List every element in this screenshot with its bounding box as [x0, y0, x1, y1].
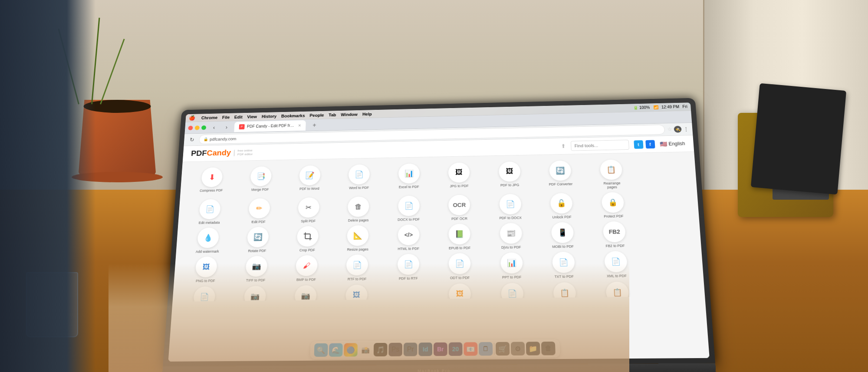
- tool-header-footer[interactable]: 📋 Header and: [592, 281, 644, 302]
- facebook-icon[interactable]: f: [645, 140, 655, 148]
- tool-rtf-to-pdf[interactable]: 📄 RTF to PDF: [333, 254, 381, 282]
- menu-edit[interactable]: Edit: [234, 115, 243, 119]
- tool-split-pdf[interactable]: ✂ Split PDF: [285, 197, 332, 224]
- dock-trash[interactable]: 🗑: [541, 342, 556, 356]
- menu-bookmarks[interactable]: Bookmarks: [281, 113, 305, 118]
- twitter-icon[interactable]: t: [634, 140, 643, 149]
- menu-chrome[interactable]: Chrome: [201, 115, 218, 120]
- tool-add-watermark[interactable]: 💧 Add watermark: [184, 227, 232, 254]
- tool-excel-to-pdf[interactable]: 📊 Excel to PDF: [385, 163, 432, 193]
- logo-subtitle-1: free online: [237, 149, 253, 152]
- tool-pdf-ocr[interactable]: OCR PDF OCR: [436, 194, 483, 221]
- tool-epub-to-pdf[interactable]: 📗 EPUB to PDF: [436, 224, 484, 250]
- tool-edit-metadata[interactable]: 📄 Edit metadata: [186, 199, 233, 225]
- pdf-to-png-icon: 🖼: [345, 284, 368, 301]
- dock-finder2[interactable]: 📁: [526, 342, 540, 356]
- dock-premiere[interactable]: Pr: [404, 342, 418, 356]
- tool-docx-to-pdf[interactable]: 📄 DOCX to PDF: [385, 195, 432, 222]
- word-to-pdf-label: Word to PDF: [349, 185, 369, 190]
- flag-icon: 🇺🇸: [660, 141, 667, 147]
- tool-edit-pdf[interactable]: ✏ Edit PDF: [235, 198, 283, 224]
- dock-settings[interactable]: ⚙: [511, 342, 525, 355]
- menu-people[interactable]: People: [309, 113, 324, 118]
- tool-pdf-to-tiff[interactable]: 📷 PDF to TIFF: [281, 285, 330, 301]
- tool-pdf-to-bmp[interactable]: 📷 PDF to BMP: [230, 286, 279, 302]
- back-button[interactable]: ‹: [209, 123, 219, 132]
- new-tab-button[interactable]: +: [309, 120, 320, 130]
- tool-odt-to-pdf[interactable]: 📄 ODT to PDF: [436, 253, 484, 280]
- tool-fb2-to-pdf[interactable]: FB2 FB2 to PDF: [590, 221, 640, 248]
- dock-calendar[interactable]: 20: [449, 342, 463, 356]
- tool-png-to-pdf[interactable]: 🖼 PNG to PDF: [182, 257, 230, 283]
- tool-extract-text[interactable]: 📄 Extract text: [487, 283, 537, 302]
- tool-page-numbers[interactable]: 📋 Page numbers: [540, 282, 590, 301]
- close-button[interactable]: [188, 125, 193, 130]
- dock-mail[interactable]: 📧: [464, 342, 477, 356]
- tool-tiff-to-pdf[interactable]: 📷 TIFF to PDF: [232, 256, 280, 283]
- minimize-button[interactable]: [195, 125, 200, 130]
- search-input[interactable]: [571, 140, 629, 151]
- tool-pdf-to-word[interactable]: 📝 PDF to Word: [286, 165, 333, 195]
- dock-indesign[interactable]: Id: [418, 342, 432, 356]
- tool-delete-pages[interactable]: 🗑 Delete pages: [335, 196, 382, 223]
- maximize-button[interactable]: [201, 125, 206, 130]
- tool-unlock-pdf[interactable]: 🔓 Unlock PDF: [537, 193, 586, 220]
- apple-menu[interactable]: 🍎: [189, 115, 195, 121]
- tool-compress-pdf[interactable]: ⬇ Compress PDF: [188, 167, 235, 196]
- ppt-to-pdf-label: PPT to PDF: [502, 275, 522, 280]
- dock-notes[interactable]: 🗒: [479, 342, 493, 356]
- menu-history[interactable]: History: [262, 114, 277, 119]
- menu-help[interactable]: Help: [362, 112, 372, 116]
- tool-pdf-to-rtf[interactable]: 📄 PDF to RTF: [384, 254, 432, 281]
- tool-txt-to-pdf[interactable]: 📄 TXT to PDF: [539, 252, 589, 279]
- tool-pdf-to-png[interactable]: 🖼 PDF to PNG: [332, 284, 381, 302]
- tool-mobi-to-pdf[interactable]: 📱 MOBI to PDF: [538, 222, 588, 249]
- tool-rotate-pdf[interactable]: 🔄 Rotate PDF: [233, 227, 281, 253]
- tool-jpg-to-pdf[interactable]: 🖼 JPG to PDF: [436, 162, 483, 192]
- tool-pdf-to-jpg[interactable]: 🖼 PDF to JPG: [486, 161, 534, 191]
- pdf-converter-label: PDF Converter: [549, 182, 572, 186]
- tool-djvu-to-pdf[interactable]: 📰 DjVu to PDF: [487, 223, 535, 250]
- logo-subtitle: free online PDF editor: [237, 149, 253, 156]
- dock-chrome[interactable]: 🔵: [344, 343, 358, 356]
- dock-photoshop[interactable]: Ps: [388, 343, 402, 356]
- menu-dots-icon[interactable]: ⋮: [683, 126, 690, 132]
- tool-pdf-converter[interactable]: 🔄 PDF Converter: [536, 160, 585, 191]
- dock-finder[interactable]: 🔍: [314, 343, 328, 357]
- tool-html-to-pdf[interactable]: </> HTML to PDF: [385, 224, 432, 251]
- forward-button[interactable]: ›: [221, 122, 231, 132]
- pdf-to-word-icon: 📝: [299, 165, 321, 185]
- menu-file[interactable]: File: [222, 115, 230, 119]
- tool-pdf-to-docx[interactable]: 📄 PDF to DOCX: [486, 194, 534, 221]
- tool-chm-to-pdf[interactable]: 📄 CHM to PDF: [180, 286, 229, 302]
- menu-window[interactable]: Window: [341, 112, 358, 117]
- dock-appstore[interactable]: 🛒: [496, 342, 510, 356]
- bookmark-icon[interactable]: ☆: [667, 126, 672, 132]
- merge-pdf-icon: 📑: [250, 166, 272, 186]
- bmp-to-pdf-icon: 🖌: [296, 255, 318, 276]
- tool-rearrange-pages[interactable]: 📋 Rearrange pages: [587, 159, 636, 189]
- dock-bridge[interactable]: Br: [434, 342, 447, 356]
- screen-content: 🍎 Chrome File Edit View History Bookmark…: [168, 102, 710, 362]
- dock-spotlight[interactable]: 📸: [358, 343, 372, 356]
- refresh-button[interactable]: ↻: [187, 135, 197, 144]
- tab-close-icon[interactable]: ×: [298, 123, 301, 128]
- tool-crop-pdf[interactable]: Crop PDF: [284, 226, 332, 253]
- tool-bmp-to-pdf[interactable]: 🖌 BMP to PDF: [283, 255, 331, 282]
- menu-view[interactable]: View: [247, 114, 257, 119]
- language-selector[interactable]: 🇺🇸 English: [660, 140, 685, 147]
- tool-merge-pdf[interactable]: 📑 Merge PDF: [237, 166, 284, 196]
- tool-resize-pages[interactable]: 📐 Resize pages: [334, 225, 382, 252]
- tool-ppt-to-pdf[interactable]: 📊 PPT to PDF: [487, 252, 536, 280]
- tool-extract-images[interactable]: 🖼 Extract Images: [436, 283, 484, 302]
- dock-safari[interactable]: 🌊: [329, 343, 343, 357]
- resize-pages-icon: 📐: [347, 225, 369, 246]
- tool-xml-to-pdf[interactable]: 📄 XML to PDF: [591, 251, 642, 279]
- odt-to-pdf-label: ODT to PDF: [450, 276, 470, 280]
- tab-favicon: P: [239, 124, 244, 129]
- chrome-tab-active[interactable]: P PDF Candy - Edit PDF free w... ×: [234, 120, 306, 132]
- tool-protect-pdf[interactable]: 🔒 Protect PDF: [589, 192, 638, 219]
- dock-music[interactable]: 🎵: [374, 343, 388, 356]
- menu-tab[interactable]: Tab: [329, 112, 336, 117]
- tool-word-to-pdf[interactable]: 📄 Word to PDF: [335, 164, 382, 194]
